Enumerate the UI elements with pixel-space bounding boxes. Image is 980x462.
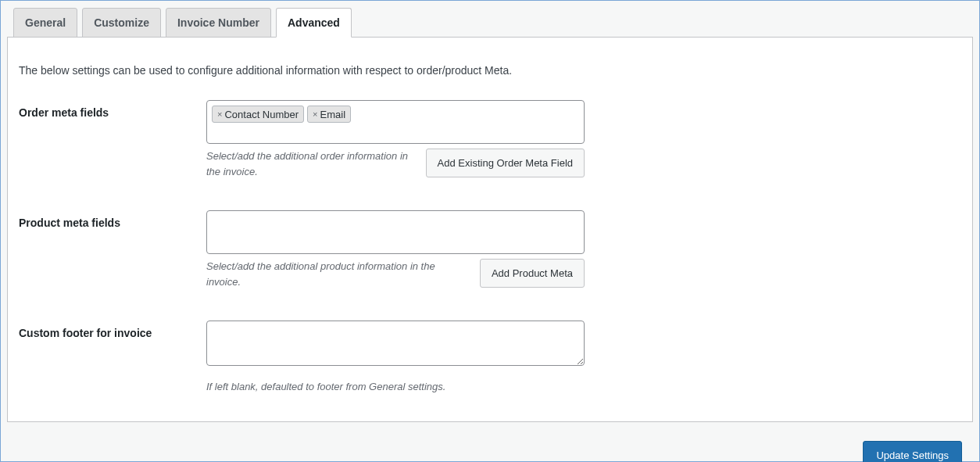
tab-customize[interactable]: Customize — [82, 8, 161, 38]
control-product-meta: Select/add the additional product inform… — [206, 210, 597, 289]
settings-panel: The below settings can be used to config… — [7, 37, 973, 422]
label-order-meta: Order meta fields — [19, 100, 206, 119]
help-order-meta: Select/add the additional order informat… — [206, 149, 418, 179]
form-table: Order meta fields × Contact Number × Ema… — [19, 100, 961, 395]
control-custom-footer: If left blank, defaulted to footer from … — [206, 321, 597, 395]
custom-footer-textarea[interactable] — [206, 321, 585, 366]
tab-advanced[interactable]: Advanced — [276, 8, 352, 38]
label-product-meta: Product meta fields — [19, 210, 206, 229]
help-product-meta: Select/add the additional product inform… — [206, 259, 472, 289]
intro-text: The below settings can be used to config… — [19, 64, 961, 77]
order-meta-tag-input[interactable]: × Contact Number × Email — [206, 100, 585, 144]
product-meta-tag-input[interactable] — [206, 210, 585, 254]
row-product-meta: Product meta fields Select/add the addit… — [19, 210, 961, 289]
tab-invoice-number[interactable]: Invoice Number — [166, 8, 271, 38]
tag-email[interactable]: × Email — [307, 106, 351, 123]
tag-contact-number[interactable]: × Contact Number — [212, 106, 304, 123]
tag-label: Email — [320, 109, 346, 120]
remove-tag-icon[interactable]: × — [313, 109, 317, 119]
add-product-meta-button[interactable]: Add Product Meta — [480, 259, 585, 288]
add-existing-order-meta-button[interactable]: Add Existing Order Meta Field — [426, 149, 585, 177]
update-settings-button[interactable]: Update Settings — [863, 441, 962, 463]
row-order-meta: Order meta fields × Contact Number × Ema… — [19, 100, 961, 179]
tag-label: Contact Number — [224, 109, 299, 120]
footer-bar: Update Settings — [7, 428, 973, 463]
remove-tag-icon[interactable]: × — [217, 109, 222, 119]
tab-general[interactable]: General — [13, 8, 77, 38]
control-order-meta: × Contact Number × Email Select/add the … — [206, 100, 597, 179]
tab-strip: General Customize Invoice Number Advance… — [7, 7, 973, 37]
row-custom-footer: Custom footer for invoice If left blank,… — [19, 321, 961, 395]
settings-frame: General Customize Invoice Number Advance… — [0, 0, 980, 462]
help-custom-footer: If left blank, defaulted to footer from … — [206, 379, 597, 395]
label-custom-footer: Custom footer for invoice — [19, 321, 206, 339]
